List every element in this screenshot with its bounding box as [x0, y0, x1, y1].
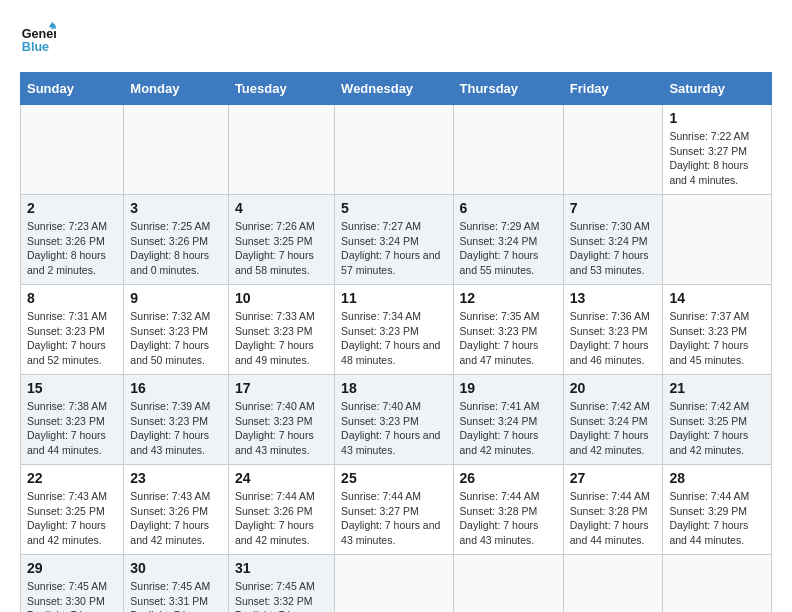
calendar-cell-4: 4Sunrise: 7:26 AMSunset: 3:25 PMDaylight… [228, 195, 334, 285]
cell-info: Sunrise: 7:22 AMSunset: 3:27 PMDaylight:… [669, 130, 749, 186]
calendar-cell-21: 21Sunrise: 7:42 AMSunset: 3:25 PMDayligh… [663, 375, 772, 465]
calendar-cell-13: 13Sunrise: 7:36 AMSunset: 3:23 PMDayligh… [563, 285, 663, 375]
day-number: 26 [460, 470, 557, 486]
column-header-tuesday: Tuesday [228, 73, 334, 105]
cell-info: Sunrise: 7:45 AMSunset: 3:32 PMDaylight:… [235, 580, 315, 612]
logo-icon: General Blue [20, 20, 56, 56]
calendar-cell-19: 19Sunrise: 7:41 AMSunset: 3:24 PMDayligh… [453, 375, 563, 465]
cell-info: Sunrise: 7:30 AMSunset: 3:24 PMDaylight:… [570, 220, 650, 276]
calendar-cell-28: 28Sunrise: 7:44 AMSunset: 3:29 PMDayligh… [663, 465, 772, 555]
calendar-week-row: 2Sunrise: 7:23 AMSunset: 3:26 PMDaylight… [21, 195, 772, 285]
calendar-cell-29: 29Sunrise: 7:45 AMSunset: 3:30 PMDayligh… [21, 555, 124, 613]
day-number: 14 [669, 290, 765, 306]
day-number: 6 [460, 200, 557, 216]
calendar-cell-6: 6Sunrise: 7:29 AMSunset: 3:24 PMDaylight… [453, 195, 563, 285]
column-header-friday: Friday [563, 73, 663, 105]
day-number: 5 [341, 200, 446, 216]
day-number: 15 [27, 380, 117, 396]
calendar-week-row: 8Sunrise: 7:31 AMSunset: 3:23 PMDaylight… [21, 285, 772, 375]
calendar-cell-10: 10Sunrise: 7:33 AMSunset: 3:23 PMDayligh… [228, 285, 334, 375]
calendar-cell-empty [228, 105, 334, 195]
calendar-header-row: SundayMondayTuesdayWednesdayThursdayFrid… [21, 73, 772, 105]
logo: General Blue [20, 20, 60, 56]
cell-info: Sunrise: 7:38 AMSunset: 3:23 PMDaylight:… [27, 400, 107, 456]
calendar-cell-1: 1Sunrise: 7:22 AMSunset: 3:27 PMDaylight… [663, 105, 772, 195]
cell-info: Sunrise: 7:27 AMSunset: 3:24 PMDaylight:… [341, 220, 440, 276]
calendar-cell-23: 23Sunrise: 7:43 AMSunset: 3:26 PMDayligh… [124, 465, 229, 555]
day-number: 22 [27, 470, 117, 486]
cell-info: Sunrise: 7:35 AMSunset: 3:23 PMDaylight:… [460, 310, 540, 366]
calendar-week-row: 22Sunrise: 7:43 AMSunset: 3:25 PMDayligh… [21, 465, 772, 555]
calendar-week-row: 29Sunrise: 7:45 AMSunset: 3:30 PMDayligh… [21, 555, 772, 613]
column-header-sunday: Sunday [21, 73, 124, 105]
calendar-cell-17: 17Sunrise: 7:40 AMSunset: 3:23 PMDayligh… [228, 375, 334, 465]
calendar-week-row: 1Sunrise: 7:22 AMSunset: 3:27 PMDaylight… [21, 105, 772, 195]
day-number: 25 [341, 470, 446, 486]
cell-info: Sunrise: 7:41 AMSunset: 3:24 PMDaylight:… [460, 400, 540, 456]
calendar-cell-27: 27Sunrise: 7:44 AMSunset: 3:28 PMDayligh… [563, 465, 663, 555]
calendar-cell-18: 18Sunrise: 7:40 AMSunset: 3:23 PMDayligh… [335, 375, 453, 465]
column-header-saturday: Saturday [663, 73, 772, 105]
day-number: 28 [669, 470, 765, 486]
cell-info: Sunrise: 7:33 AMSunset: 3:23 PMDaylight:… [235, 310, 315, 366]
day-number: 8 [27, 290, 117, 306]
cell-info: Sunrise: 7:45 AMSunset: 3:31 PMDaylight:… [130, 580, 210, 612]
cell-info: Sunrise: 7:44 AMSunset: 3:26 PMDaylight:… [235, 490, 315, 546]
cell-info: Sunrise: 7:36 AMSunset: 3:23 PMDaylight:… [570, 310, 650, 366]
day-number: 12 [460, 290, 557, 306]
day-number: 3 [130, 200, 222, 216]
calendar-cell-empty [663, 195, 772, 285]
cell-info: Sunrise: 7:39 AMSunset: 3:23 PMDaylight:… [130, 400, 210, 456]
calendar-cell-empty [453, 105, 563, 195]
calendar-table: SundayMondayTuesdayWednesdayThursdayFrid… [20, 72, 772, 612]
calendar-cell-empty [335, 555, 453, 613]
calendar-cell-empty [563, 105, 663, 195]
calendar-cell-3: 3Sunrise: 7:25 AMSunset: 3:26 PMDaylight… [124, 195, 229, 285]
day-number: 10 [235, 290, 328, 306]
cell-info: Sunrise: 7:34 AMSunset: 3:23 PMDaylight:… [341, 310, 440, 366]
svg-text:Blue: Blue [22, 40, 49, 54]
day-number: 13 [570, 290, 657, 306]
day-number: 19 [460, 380, 557, 396]
calendar-cell-empty [124, 105, 229, 195]
cell-info: Sunrise: 7:40 AMSunset: 3:23 PMDaylight:… [341, 400, 440, 456]
calendar-cell-empty [335, 105, 453, 195]
calendar-cell-24: 24Sunrise: 7:44 AMSunset: 3:26 PMDayligh… [228, 465, 334, 555]
day-number: 21 [669, 380, 765, 396]
cell-info: Sunrise: 7:23 AMSunset: 3:26 PMDaylight:… [27, 220, 107, 276]
cell-info: Sunrise: 7:43 AMSunset: 3:26 PMDaylight:… [130, 490, 210, 546]
cell-info: Sunrise: 7:42 AMSunset: 3:24 PMDaylight:… [570, 400, 650, 456]
calendar-cell-8: 8Sunrise: 7:31 AMSunset: 3:23 PMDaylight… [21, 285, 124, 375]
calendar-cell-empty [563, 555, 663, 613]
day-number: 31 [235, 560, 328, 576]
day-number: 1 [669, 110, 765, 126]
cell-info: Sunrise: 7:44 AMSunset: 3:29 PMDaylight:… [669, 490, 749, 546]
day-number: 23 [130, 470, 222, 486]
cell-info: Sunrise: 7:31 AMSunset: 3:23 PMDaylight:… [27, 310, 107, 366]
calendar-cell-31: 31Sunrise: 7:45 AMSunset: 3:32 PMDayligh… [228, 555, 334, 613]
header: General Blue [20, 20, 772, 56]
day-number: 7 [570, 200, 657, 216]
cell-info: Sunrise: 7:25 AMSunset: 3:26 PMDaylight:… [130, 220, 210, 276]
calendar-cell-9: 9Sunrise: 7:32 AMSunset: 3:23 PMDaylight… [124, 285, 229, 375]
cell-info: Sunrise: 7:43 AMSunset: 3:25 PMDaylight:… [27, 490, 107, 546]
day-number: 9 [130, 290, 222, 306]
cell-info: Sunrise: 7:26 AMSunset: 3:25 PMDaylight:… [235, 220, 315, 276]
day-number: 11 [341, 290, 446, 306]
cell-info: Sunrise: 7:44 AMSunset: 3:28 PMDaylight:… [570, 490, 650, 546]
day-number: 16 [130, 380, 222, 396]
day-number: 27 [570, 470, 657, 486]
calendar-cell-2: 2Sunrise: 7:23 AMSunset: 3:26 PMDaylight… [21, 195, 124, 285]
day-number: 2 [27, 200, 117, 216]
calendar-cell-7: 7Sunrise: 7:30 AMSunset: 3:24 PMDaylight… [563, 195, 663, 285]
calendar-cell-11: 11Sunrise: 7:34 AMSunset: 3:23 PMDayligh… [335, 285, 453, 375]
calendar-cell-5: 5Sunrise: 7:27 AMSunset: 3:24 PMDaylight… [335, 195, 453, 285]
cell-info: Sunrise: 7:32 AMSunset: 3:23 PMDaylight:… [130, 310, 210, 366]
calendar-cell-empty [21, 105, 124, 195]
calendar-cell-20: 20Sunrise: 7:42 AMSunset: 3:24 PMDayligh… [563, 375, 663, 465]
cell-info: Sunrise: 7:44 AMSunset: 3:28 PMDaylight:… [460, 490, 540, 546]
calendar-cell-25: 25Sunrise: 7:44 AMSunset: 3:27 PMDayligh… [335, 465, 453, 555]
day-number: 24 [235, 470, 328, 486]
column-header-monday: Monday [124, 73, 229, 105]
calendar-cell-14: 14Sunrise: 7:37 AMSunset: 3:23 PMDayligh… [663, 285, 772, 375]
